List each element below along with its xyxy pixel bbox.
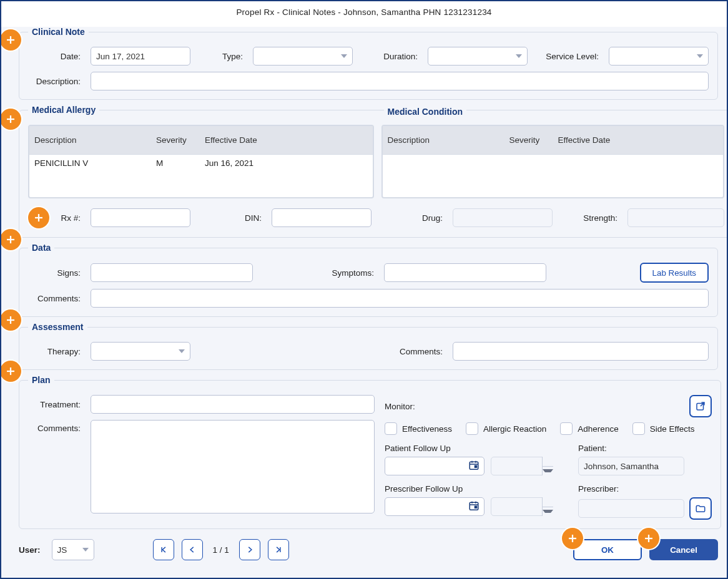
allergy-legend: Medical Allergy xyxy=(28,105,99,115)
chevron-down-icon xyxy=(179,349,185,353)
data-comments-label: Comments: xyxy=(28,294,84,303)
col-effective-date: Effective Date xyxy=(553,135,628,145)
sideeffects-label: Side Effects xyxy=(650,424,695,434)
drug-input xyxy=(453,208,553,227)
cell-description: PENICILLIN V xyxy=(29,158,151,168)
prescriber-field xyxy=(578,499,684,518)
condition-table[interactable]: Description Severity Effective Date xyxy=(381,125,725,198)
plus-icon xyxy=(0,109,21,130)
data-comments-input[interactable] xyxy=(91,289,709,308)
plus-icon xyxy=(0,361,21,382)
adherence-label: Adherence xyxy=(578,424,618,434)
prescriber-label: Prescriber: xyxy=(578,484,712,494)
data-group: Data Signs: Symptoms: Lab Results Commen… xyxy=(19,243,718,317)
type-label: Type: xyxy=(209,52,247,61)
chevron-down-icon xyxy=(341,54,347,58)
assessment-comments-input[interactable] xyxy=(453,342,709,361)
assessment-comments-label: Comments: xyxy=(197,347,446,356)
spinner-up[interactable] xyxy=(543,457,553,467)
col-severity: Severity xyxy=(504,135,553,145)
calendar-icon[interactable] xyxy=(468,500,480,513)
date-label: Date: xyxy=(28,52,84,61)
folder-button[interactable] xyxy=(689,497,712,520)
signs-label: Signs: xyxy=(28,268,84,278)
din-label: DIN: xyxy=(197,213,265,223)
rxnum-label: Rx #: xyxy=(57,213,84,223)
plan-comments-input[interactable] xyxy=(91,420,375,513)
allergy-table[interactable]: Description Severity Effective Date PENI… xyxy=(28,125,374,198)
first-page-button[interactable] xyxy=(153,539,174,560)
col-effective-date: Effective Date xyxy=(200,135,275,145)
user-label: User: xyxy=(19,545,44,555)
effectiveness-label: Effectiveness xyxy=(402,424,452,434)
col-description: Description xyxy=(29,135,151,145)
rxnum-input[interactable] xyxy=(91,208,190,227)
patient-label: Patient: xyxy=(578,444,712,453)
monitor-label: Monitor: xyxy=(385,402,415,411)
strength-label: Strength: xyxy=(559,213,621,223)
allergy-condition-group: Medical Allergy Description Severity Eff… xyxy=(19,105,728,238)
duration-select[interactable] xyxy=(428,47,528,66)
svg-rect-17 xyxy=(475,465,477,467)
spinner-up[interactable] xyxy=(543,497,553,507)
next-page-button[interactable] xyxy=(239,539,260,560)
cancel-button[interactable]: Cancel xyxy=(649,539,718,560)
data-legend: Data xyxy=(28,243,54,253)
plan-comments-label: Comments: xyxy=(28,420,84,433)
description-label: Description: xyxy=(28,77,84,86)
date-input[interactable] xyxy=(91,47,190,66)
plan-legend: Plan xyxy=(28,375,54,385)
spinner-down[interactable] xyxy=(543,507,553,517)
symptoms-label: Symptoms: xyxy=(259,268,378,278)
condition-legend: Medical Condition xyxy=(384,107,467,117)
assessment-legend: Assessment xyxy=(28,322,87,332)
plus-icon xyxy=(0,29,21,51)
plus-icon xyxy=(562,528,583,549)
user-value: JS xyxy=(57,545,82,555)
col-description: Description xyxy=(383,135,504,145)
chevron-down-icon xyxy=(516,54,522,58)
treatment-label: Treatment: xyxy=(28,400,84,409)
plus-icon xyxy=(0,309,21,331)
allergic-label: Allergic Reaction xyxy=(483,424,546,434)
calendar-icon[interactable] xyxy=(468,460,480,473)
type-select[interactable] xyxy=(253,47,353,66)
prev-page-button[interactable] xyxy=(182,539,203,560)
allergic-checkbox[interactable] xyxy=(466,422,478,435)
adherence-checkbox[interactable] xyxy=(560,422,573,435)
svg-rect-22 xyxy=(475,506,477,508)
duration-label: Duration: xyxy=(371,52,421,61)
window-title: Propel Rx - Clinical Notes - Johnson, Sa… xyxy=(1,1,727,22)
therapy-select[interactable] xyxy=(91,342,190,361)
user-select[interactable]: JS xyxy=(52,539,94,560)
chevron-down-icon xyxy=(697,54,703,58)
lab-results-button[interactable]: Lab Results xyxy=(640,263,709,283)
sideeffects-checkbox[interactable] xyxy=(632,422,645,435)
plus-icon xyxy=(28,207,49,228)
cell-effective-date: Jun 16, 2021 xyxy=(200,158,275,168)
drug-label: Drug: xyxy=(378,213,446,223)
signs-input[interactable] xyxy=(91,263,253,282)
din-input[interactable] xyxy=(272,208,371,227)
popout-button[interactable] xyxy=(689,395,712,417)
symptoms-input[interactable] xyxy=(384,263,546,282)
service-level-label: Service Level: xyxy=(534,52,603,61)
strength-input xyxy=(627,208,724,227)
prescriber-followup-label: Prescriber Follow Up xyxy=(385,484,566,494)
therapy-label: Therapy: xyxy=(28,347,84,356)
service-level-select[interactable] xyxy=(609,47,709,66)
effectiveness-checkbox[interactable] xyxy=(385,422,397,435)
description-input[interactable] xyxy=(91,72,709,90)
treatment-input[interactable] xyxy=(91,395,375,414)
cell-severity: M xyxy=(151,158,200,168)
chevron-down-icon xyxy=(82,548,89,552)
plus-icon xyxy=(0,229,21,250)
spinner-down[interactable] xyxy=(543,467,553,476)
last-page-button[interactable] xyxy=(268,539,289,560)
clinical-note-group: Clinical Note Date: Type: Duration: Serv… xyxy=(19,27,718,100)
table-row[interactable]: PENICILLIN V M Jun 16, 2021 xyxy=(29,155,373,171)
patient-followup-label: Patient Follow Up xyxy=(385,444,566,453)
plus-icon xyxy=(638,528,659,549)
ok-button[interactable]: OK xyxy=(573,539,642,560)
page-indicator: 1 / 1 xyxy=(210,545,232,555)
